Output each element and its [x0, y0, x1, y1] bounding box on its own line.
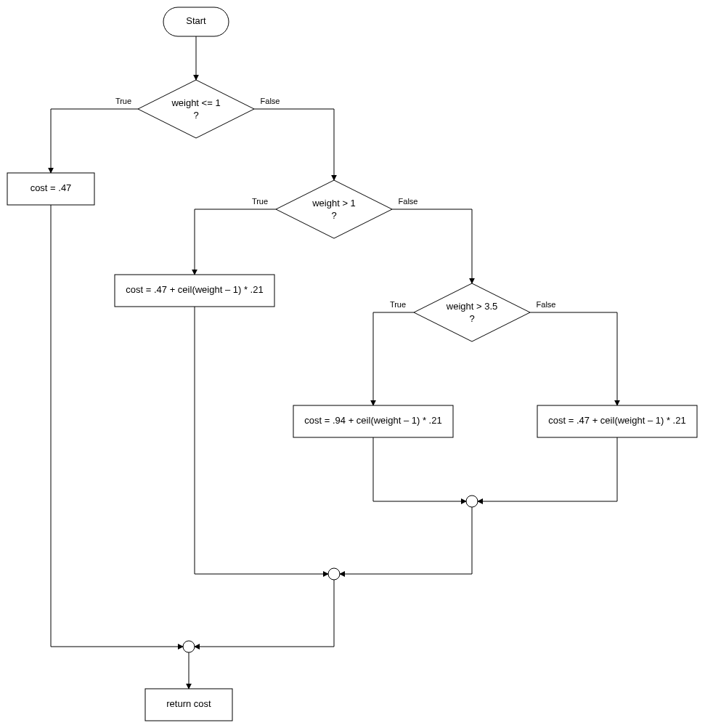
merge-connector-2 — [328, 568, 340, 580]
edge-d2-false — [392, 209, 472, 283]
edge-d3-true-label: True — [390, 300, 406, 309]
edge-p2-m2 — [195, 307, 328, 574]
process4-label: cost = .47 + ceil(weight – 1) * .21 — [548, 415, 685, 426]
edge-d1-true — [51, 109, 138, 173]
flowchart-canvas: Start weight <= 1 ? True cost = .47 Fals… — [0, 0, 713, 728]
process-cost-47-ceil: cost = .47 + ceil(weight – 1) * .21 — [115, 275, 274, 307]
edge-d3-true — [373, 312, 414, 405]
process-cost-47: cost = .47 — [7, 173, 94, 205]
decision2-line2: ? — [331, 210, 336, 221]
edge-m2-m3 — [195, 580, 334, 647]
edge-d3-false-label: False — [537, 300, 556, 309]
process3-label: cost = .94 + ceil(weight – 1) * .21 — [304, 415, 441, 426]
edge-p3-m1 — [373, 437, 466, 501]
decision2-line1: weight > 1 — [311, 198, 356, 209]
edge-d2-true-label: True — [252, 197, 268, 206]
svg-marker-5 — [414, 283, 530, 341]
svg-marker-3 — [276, 180, 392, 238]
decision3-line2: ? — [469, 313, 474, 324]
start-node: Start — [163, 7, 229, 36]
decision-weight-gt-1: weight > 1 ? — [276, 180, 392, 238]
decision1-line1: weight <= 1 — [171, 97, 220, 108]
merge-connector-3 — [183, 641, 195, 652]
process-cost-47-ceil-2: cost = .47 + ceil(weight – 1) * .21 — [537, 405, 697, 437]
edge-d1-false-label: False — [261, 97, 280, 105]
edge-d3-false — [530, 312, 617, 405]
decision3-line1: weight > 3.5 — [446, 301, 497, 312]
return-label: return cost — [166, 698, 211, 709]
edge-d2-false-label: False — [399, 197, 418, 206]
edge-m1-m2 — [340, 507, 472, 574]
edge-d1-true-label: True — [115, 97, 131, 105]
start-label: Start — [186, 15, 206, 26]
process-cost-94-ceil: cost = .94 + ceil(weight – 1) * .21 — [293, 405, 453, 437]
decision-weight-le-1: weight <= 1 ? — [138, 80, 254, 138]
merge-connector-1 — [466, 496, 478, 507]
edge-p4-m1 — [478, 437, 617, 501]
return-node: return cost — [145, 689, 232, 721]
edge-d1-false — [254, 109, 334, 180]
edge-p1-m3 — [51, 205, 183, 647]
process1-label: cost = .47 — [30, 182, 72, 193]
process2-label: cost = .47 + ceil(weight – 1) * .21 — [126, 284, 263, 295]
edge-d2-true — [195, 209, 276, 275]
svg-marker-1 — [138, 80, 254, 138]
decision1-line2: ? — [193, 110, 198, 121]
decision-weight-gt-35: weight > 3.5 ? — [414, 283, 530, 341]
